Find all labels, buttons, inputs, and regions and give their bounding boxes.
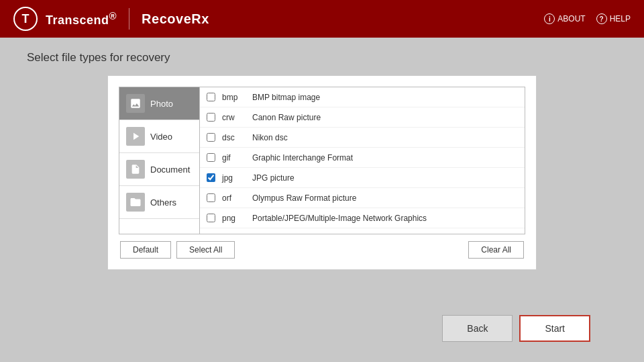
checkbox-bmp[interactable] — [207, 93, 215, 101]
help-nav-item[interactable]: ? HELP — [596, 13, 631, 24]
photo-icon — [126, 94, 145, 113]
about-icon: i — [544, 13, 555, 24]
filetype-row: dscNikon dsc — [200, 128, 525, 148]
video-icon — [126, 127, 145, 146]
help-label: HELP — [610, 14, 631, 24]
filetype-desc: Olympus Raw Format picture — [252, 193, 356, 203]
filetype-ext: crw — [222, 113, 246, 122]
checkbox-gif[interactable] — [207, 153, 215, 162]
filetype-ext: dsc — [222, 133, 246, 142]
filetype-row: gifGraphic Interchange Format — [200, 148, 525, 168]
filetype-ext: gif — [222, 153, 246, 163]
category-list: Photo Video Docu — [119, 87, 200, 234]
checkbox-crw[interactable] — [207, 113, 215, 122]
panel-inner: Photo Video Docu — [119, 87, 525, 234]
about-nav-item[interactable]: i ABOUT — [544, 13, 585, 24]
logo-area: T Transcend® — [13, 7, 117, 31]
category-video[interactable]: Video — [119, 120, 199, 153]
filetype-row: pngPortable/JPEG/Multiple-Image Network … — [200, 208, 525, 228]
filetype-row: orfOlympus Raw Format picture — [200, 188, 525, 208]
about-label: ABOUT — [557, 14, 585, 24]
document-label: Document — [150, 165, 190, 175]
filetype-desc: Canon Raw picture — [252, 113, 321, 122]
clear-all-button[interactable]: Clear All — [468, 241, 524, 259]
filetype-row: jpgJPG picture — [200, 168, 525, 188]
filetype-row: crwCanon Raw picture — [200, 107, 525, 128]
start-button[interactable]: Start — [519, 315, 590, 342]
checkbox-jpg[interactable] — [207, 173, 215, 182]
filetype-ext: orf — [222, 193, 246, 203]
back-button[interactable]: Back — [442, 315, 513, 342]
filetype-list: bmpBMP bitmap imagecrwCanon Raw pictured… — [200, 87, 525, 234]
select-all-button[interactable]: Select All — [176, 241, 235, 259]
bottom-nav: Back Start — [442, 315, 590, 342]
page-title: Select file types for recovery — [27, 51, 617, 64]
filetype-desc: Nikon dsc — [252, 133, 288, 142]
filetype-ext: jpg — [222, 173, 246, 183]
category-document[interactable]: Document — [119, 153, 199, 186]
header-nav: i ABOUT ? HELP — [544, 13, 631, 24]
checkbox-orf[interactable] — [207, 193, 215, 202]
default-button[interactable]: Default — [120, 241, 171, 259]
document-icon — [126, 160, 145, 179]
checkbox-png[interactable] — [207, 214, 215, 222]
filetype-desc: BMP bitmap image — [252, 93, 320, 102]
photo-label: Photo — [150, 99, 173, 109]
checkbox-dsc[interactable] — [207, 133, 215, 142]
action-buttons-row: Default Select All Clear All — [119, 241, 525, 259]
filetype-desc: Portable/JPEG/Multiple-Image Network Gra… — [252, 214, 427, 223]
video-label: Video — [150, 132, 172, 142]
logo-circle: T — [13, 7, 38, 31]
help-icon: ? — [596, 13, 607, 24]
header: T Transcend® RecoveRx i ABOUT ? HELP — [0, 0, 644, 38]
file-type-panel: Photo Video Docu — [107, 75, 537, 270]
others-icon — [126, 193, 145, 212]
app-name: RecoveRx — [142, 11, 209, 27]
brand-name: Transcend® — [46, 10, 117, 28]
logo-t-letter: T — [22, 12, 30, 26]
category-photo[interactable]: Photo — [119, 87, 199, 120]
filetype-desc: JPG picture — [252, 173, 294, 183]
filetype-row: bmpBMP bitmap image — [200, 87, 525, 107]
category-others[interactable]: Others — [119, 186, 199, 219]
filetype-ext: png — [222, 214, 246, 223]
others-label: Others — [150, 197, 176, 208]
main-content: Select file types for recovery Photo — [0, 38, 644, 283]
filetype-ext: bmp — [222, 93, 246, 102]
header-divider — [129, 8, 129, 30]
filetype-desc: Graphic Interchange Format — [252, 153, 353, 163]
